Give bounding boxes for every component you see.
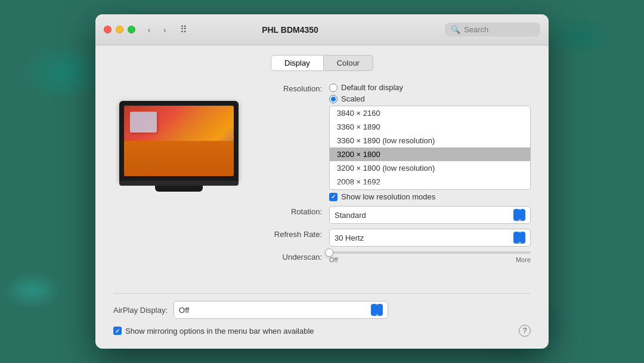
resolution-radio-group: Default for display Scaled <box>329 83 531 103</box>
help-button[interactable]: ? <box>519 325 531 337</box>
underscan-control: Off More <box>329 251 531 263</box>
traffic-lights <box>104 26 135 33</box>
rotation-label: Rotation: <box>262 206 322 216</box>
monitor-foot <box>155 186 203 192</box>
monitor-screen <box>124 106 234 176</box>
res-item-5[interactable]: 3200 × 1800 (low resolution) <box>330 161 530 175</box>
monitor-preview <box>113 83 244 288</box>
search-icon: 🔍 <box>451 25 460 34</box>
airplay-dropdown-arrow: ⌃⌄ <box>371 304 383 316</box>
radio-scaled[interactable]: Scaled <box>329 94 531 103</box>
show-low-res-label: Show low resolution modes <box>341 192 435 201</box>
bottom-section: AirPlay Display: Off ⌃⌄ Show mirroring o… <box>113 293 531 337</box>
underscan-slider-track[interactable] <box>329 251 531 254</box>
underscan-labels: Off More <box>329 256 531 263</box>
underscan-label: Underscan: <box>262 251 322 262</box>
maximize-button[interactable] <box>128 26 135 33</box>
search-input[interactable] <box>464 25 534 34</box>
rotation-dropdown[interactable]: Standard ⌃⌄ <box>329 206 531 224</box>
minimize-button[interactable] <box>116 26 123 33</box>
radio-default-circle <box>329 84 338 92</box>
rotation-dropdown-arrow: ⌃⌄ <box>513 209 525 221</box>
rotation-row: Rotation: Standard ⌃⌄ <box>262 206 531 224</box>
rotation-control: Standard ⌃⌄ <box>329 206 531 224</box>
resolution-row: Resolution: Default for display Scaled <box>262 83 531 201</box>
radio-default[interactable]: Default for display <box>329 83 531 92</box>
titlebar: ‹ › ⠿ PHL BDM4350 🔍 <box>95 14 549 45</box>
res-item-6[interactable]: 2008 × 1692 <box>330 175 530 189</box>
main-panel: Resolution: Default for display Scaled <box>113 83 531 288</box>
refresh-rate-row: Refresh Rate: 30 Hertz ⌃⌄ <box>262 229 531 247</box>
system-preferences-window: ‹ › ⠿ PHL BDM4350 🔍 Display Colour <box>95 14 549 349</box>
refresh-rate-dropdown[interactable]: 30 Hertz ⌃⌄ <box>329 229 531 247</box>
airplay-row: AirPlay Display: Off ⌃⌄ <box>113 301 531 319</box>
mirroring-row: Show mirroring options in the menu bar w… <box>113 325 531 337</box>
search-bar[interactable]: 🔍 <box>445 23 540 36</box>
res-item-2[interactable]: 3360 × 1890 <box>330 120 530 134</box>
radio-scaled-circle <box>329 95 338 103</box>
mirroring-checkbox[interactable] <box>113 327 122 335</box>
radio-scaled-label: Scaled <box>341 94 365 103</box>
res-item-4[interactable]: 3200 × 1800 <box>330 147 530 161</box>
resolution-control: Default for display Scaled 3840 × 2160 3… <box>329 83 531 201</box>
res-item-1[interactable]: 3840 × 2160 <box>330 106 530 120</box>
underscan-min-label: Off <box>329 256 338 263</box>
settings-panel: Resolution: Default for display Scaled <box>262 83 531 288</box>
refresh-rate-control: 30 Hertz ⌃⌄ <box>329 229 531 247</box>
window-title: PHL BDM4350 <box>135 25 445 35</box>
rotation-value: Standard <box>335 211 366 220</box>
radio-default-label: Default for display <box>341 83 403 92</box>
airplay-label: AirPlay Display: <box>113 306 168 315</box>
airplay-dropdown[interactable]: Off ⌃⌄ <box>174 301 388 319</box>
content-area: Display Colour Resolution: <box>95 45 549 349</box>
underscan-row: Underscan: Off More <box>262 251 531 263</box>
refresh-rate-label: Refresh Rate: <box>262 229 322 239</box>
close-button[interactable] <box>104 26 112 33</box>
resolution-label: Resolution: <box>262 83 322 93</box>
monitor-frame <box>119 101 239 181</box>
resolution-list: 3840 × 2160 3360 × 1890 3360 × 1890 (low… <box>329 106 531 190</box>
underscan-slider-thumb[interactable] <box>325 248 333 257</box>
refresh-rate-value: 30 Hertz <box>335 233 364 242</box>
res-item-3[interactable]: 3360 × 1890 (low resolution) <box>330 134 530 147</box>
underscan-slider-container: Off More <box>329 251 531 263</box>
monitor-base <box>119 181 239 186</box>
tab-display[interactable]: Display <box>271 55 324 71</box>
tab-colour[interactable]: Colour <box>324 55 373 71</box>
underscan-max-label: More <box>516 256 531 263</box>
airplay-value: Off <box>179 306 189 315</box>
mirroring-label: Show mirroring options in the menu bar w… <box>125 327 515 336</box>
show-low-res-checkbox[interactable] <box>329 193 338 201</box>
tabs: Display Colour <box>113 55 531 71</box>
show-low-res-row[interactable]: Show low resolution modes <box>329 192 531 201</box>
refresh-rate-dropdown-arrow: ⌃⌄ <box>513 232 525 244</box>
